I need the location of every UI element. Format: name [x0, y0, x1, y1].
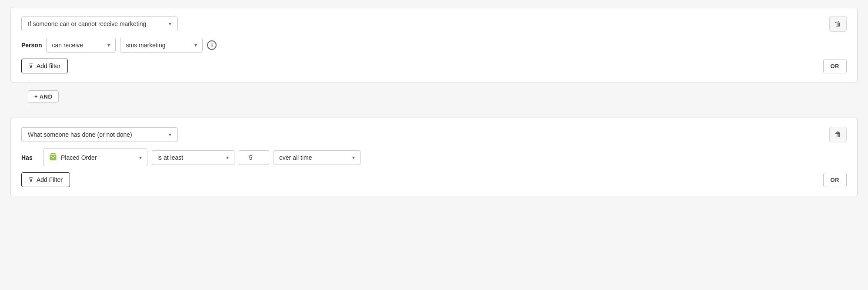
- block2-main-dropdown[interactable]: What someone has done (or not done) ▾: [21, 127, 178, 142]
- block1-add-filter-button[interactable]: ⊽ Add filter: [21, 59, 68, 73]
- block2-delete-button[interactable]: 🗑: [829, 127, 847, 142]
- block1-info-button[interactable]: i: [207, 40, 217, 50]
- placed-order-value: Placed Order: [61, 154, 97, 161]
- and-button[interactable]: + AND: [28, 90, 59, 103]
- block2-trash-icon: 🗑: [835, 131, 841, 138]
- block1-marketing-type-dropdown[interactable]: sms marketing ▾: [120, 38, 203, 53]
- block2-placed-order-dropdown[interactable]: Placed Order ▾: [43, 148, 147, 166]
- block2-time-chevron: ▾: [352, 155, 355, 161]
- block2-time-dropdown[interactable]: over all time ▾: [274, 150, 361, 165]
- block1-filter-label: Person: [21, 42, 42, 49]
- info-icon: i: [211, 42, 213, 49]
- block1-main-dropdown[interactable]: If someone can or cannot receive marketi…: [21, 16, 178, 31]
- block1-dropdown-chevron: ▾: [169, 21, 171, 27]
- shopify-bag-icon: [49, 152, 57, 162]
- block1-bottom-row: ⊽ Add filter OR: [21, 59, 847, 73]
- block1-or-button[interactable]: OR: [823, 59, 847, 73]
- placed-order-inner: Placed Order: [49, 152, 97, 162]
- block2-header-left: What someone has done (or not done) ▾: [21, 127, 178, 142]
- block1-or-label: OR: [831, 63, 840, 69]
- placed-order-chevron: ▾: [139, 155, 142, 161]
- block1-header: If someone can or cannot receive marketi…: [21, 16, 847, 32]
- spacer: [10, 111, 858, 118]
- block2-filter-icon: ⊽: [29, 176, 33, 183]
- condition-block-1: If someone can or cannot receive marketi…: [10, 7, 858, 82]
- block1-add-filter-label: Add filter: [37, 63, 60, 69]
- vertical-line-bottom: [28, 103, 28, 111]
- block1-marketing-type-value: sms marketing: [126, 42, 165, 49]
- block2-condition-dropdown[interactable]: is at least ▾: [152, 150, 234, 165]
- block1-header-left: If someone can or cannot receive marketi…: [21, 16, 178, 31]
- block2-dropdown-chevron: ▾: [169, 132, 171, 138]
- condition-block-2: What someone has done (or not done) ▾ 🗑 …: [10, 118, 858, 196]
- block1-delete-button[interactable]: 🗑: [829, 16, 847, 32]
- block2-filter-label: Has: [21, 154, 39, 161]
- and-connector-section: + AND: [28, 82, 858, 111]
- block2-add-filter-label: Add Filter: [37, 176, 63, 183]
- block2-dropdown-label: What someone has done (or not done): [28, 131, 132, 138]
- block1-trash-icon: 🗑: [835, 20, 841, 28]
- block2-condition-value: is at least: [157, 154, 183, 161]
- block2-header: What someone has done (or not done) ▾ 🗑: [21, 127, 847, 142]
- block1-filter-icon: ⊽: [29, 63, 33, 69]
- block2-or-label: OR: [831, 177, 840, 183]
- block1-dropdown-label: If someone can or cannot receive marketi…: [28, 20, 146, 27]
- block2-add-filter-button[interactable]: ⊽ Add Filter: [21, 172, 70, 187]
- vertical-line-top: [28, 82, 28, 90]
- block1-marketing-chevron: ▾: [194, 42, 197, 48]
- block1-can-receive-chevron: ▾: [107, 42, 110, 48]
- block1-can-receive-dropdown[interactable]: can receive ▾: [46, 38, 116, 53]
- block2-number-input[interactable]: [239, 150, 269, 165]
- block1-filter-row: Person can receive ▾ sms marketing ▾ i: [21, 38, 847, 53]
- and-button-label: + AND: [34, 93, 52, 100]
- block2-filter-row: Has Placed Order ▾ is at least ▾: [21, 148, 847, 166]
- block2-condition-chevron: ▾: [226, 155, 229, 161]
- block2-time-value: over all time: [279, 154, 312, 161]
- block1-can-receive-value: can receive: [52, 42, 83, 49]
- block2-bottom-row: ⊽ Add Filter OR: [21, 172, 847, 187]
- block2-or-button[interactable]: OR: [823, 173, 847, 187]
